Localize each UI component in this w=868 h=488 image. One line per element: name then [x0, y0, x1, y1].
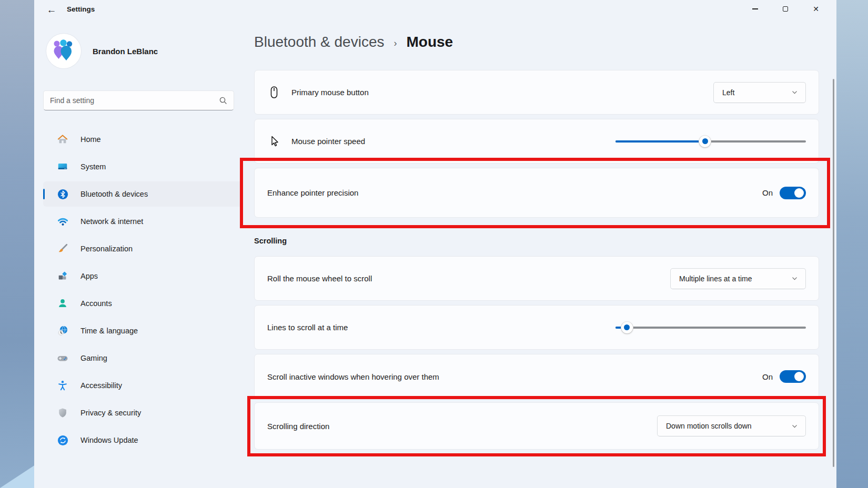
sidebar-item-label: Home — [80, 135, 101, 144]
slider-thumb[interactable] — [621, 322, 633, 333]
search-icon — [219, 96, 227, 105]
wallpaper-bloom-shape — [0, 438, 34, 488]
maximize-icon — [783, 6, 788, 12]
pointer-speed-slider[interactable] — [615, 135, 806, 148]
sidebar-item-label: Privacy & security — [80, 409, 141, 417]
enhance-pointer-precision-toggle[interactable] — [780, 187, 806, 199]
sidebar-item-label: System — [80, 162, 106, 171]
mouse-icon — [267, 86, 281, 99]
sidebar-item-system[interactable]: System — [43, 154, 243, 179]
toggle-knob — [794, 372, 804, 381]
sidebar-item-accounts[interactable]: Accounts — [43, 291, 243, 316]
search-box[interactable] — [43, 90, 234, 110]
gaming-icon — [56, 352, 69, 364]
sidebar-item-label: Accounts — [80, 299, 112, 308]
lines-to-scroll-row: Lines to scroll at a time — [254, 305, 819, 350]
titlebar: ← Settings ✕ — [34, 0, 836, 20]
breadcrumb: Bluetooth & devices › Mouse — [254, 34, 453, 50]
sidebar-item-label: Accessibility — [80, 381, 122, 390]
bluetooth-icon — [56, 188, 69, 200]
setting-label: Roll the mouse wheel to scroll — [267, 274, 372, 283]
toggle-knob — [794, 188, 804, 198]
minimize-button[interactable] — [740, 0, 770, 18]
close-icon: ✕ — [813, 5, 819, 13]
sidebar-item-label: Windows Update — [80, 436, 138, 444]
sidebar-item-windows-update[interactable]: Windows Update — [43, 428, 243, 453]
scroll-inactive-windows-row: Scroll inactive windows when hovering ov… — [254, 354, 819, 399]
toggle-state-label: On — [762, 188, 773, 197]
sidebar-item-label: Personalization — [80, 245, 133, 253]
slider-track[interactable] — [615, 327, 806, 329]
scroll-inactive-windows-toggle[interactable] — [780, 370, 806, 383]
slider-fill — [615, 140, 705, 143]
sidebar-item-personalization[interactable]: Personalization — [43, 236, 243, 261]
dropdown-value: Multiple lines at a time — [679, 274, 752, 283]
sidebar-nav: Home System Bluetooth & devices Network … — [43, 127, 243, 455]
back-button[interactable]: ← — [43, 3, 60, 17]
setting-label: Scroll inactive windows when hovering ov… — [267, 372, 439, 381]
apps-icon — [56, 270, 69, 282]
settings-window: ← Settings ✕ Brandon LeBlanc — [34, 0, 836, 488]
breadcrumb-separator-icon: › — [394, 38, 397, 49]
desktop-wallpaper-right — [836, 0, 868, 488]
maximize-button[interactable] — [770, 0, 801, 18]
family-avatar-icon — [52, 39, 76, 63]
sidebar: Brandon LeBlanc Home System — [34, 20, 245, 488]
user-name: Brandon LeBlanc — [93, 47, 158, 56]
system-icon — [56, 160, 69, 173]
sidebar-item-label: Gaming — [80, 354, 107, 362]
close-button[interactable]: ✕ — [801, 0, 831, 18]
toggle-state-label: On — [762, 372, 773, 381]
sidebar-item-label: Time & language — [80, 327, 138, 335]
lines-to-scroll-slider[interactable] — [615, 321, 806, 334]
accounts-icon — [56, 297, 69, 310]
desktop-wallpaper-left — [0, 0, 34, 488]
roll-mouse-wheel-row: Roll the mouse wheel to scroll Multiple … — [254, 256, 819, 301]
breadcrumb-parent[interactable]: Bluetooth & devices — [254, 34, 385, 50]
home-icon — [56, 133, 69, 146]
time-language-icon — [56, 324, 69, 337]
primary-mouse-button-dropdown[interactable]: Left — [713, 82, 806, 103]
chevron-down-icon — [791, 275, 798, 282]
roll-mouse-wheel-dropdown[interactable]: Multiple lines at a time — [670, 268, 806, 289]
setting-label: Primary mouse button — [291, 88, 369, 97]
sidebar-item-label: Apps — [80, 272, 98, 280]
page-title: Mouse — [407, 34, 453, 50]
section-header-scrolling: Scrolling — [254, 237, 287, 245]
network-icon — [56, 215, 69, 228]
sidebar-item-privacy-security[interactable]: Privacy & security — [43, 400, 243, 425]
search-input[interactable] — [50, 96, 219, 105]
setting-label: Lines to scroll at a time — [267, 323, 348, 332]
vertical-scrollbar[interactable] — [833, 79, 834, 467]
chevron-down-icon — [791, 89, 798, 96]
account-header[interactable]: Brandon LeBlanc — [46, 34, 158, 68]
dropdown-value: Left — [722, 88, 734, 97]
sidebar-item-home[interactable]: Home — [43, 127, 243, 152]
sidebar-item-time-language[interactable]: Time & language — [43, 318, 243, 343]
slider-thumb[interactable] — [699, 136, 711, 147]
scrolling-direction-dropdown[interactable]: Down motion scrolls down — [657, 415, 806, 436]
setting-label: Scrolling direction — [267, 422, 329, 431]
sidebar-item-network-internet[interactable]: Network & internet — [43, 209, 243, 234]
scrolling-direction-row: Scrolling direction Down motion scrolls … — [254, 402, 819, 450]
personalization-icon — [56, 242, 69, 255]
sidebar-item-bluetooth-devices[interactable]: Bluetooth & devices — [43, 181, 243, 207]
chevron-down-icon — [791, 423, 798, 430]
sidebar-item-label: Network & internet — [80, 217, 143, 226]
privacy-security-icon — [56, 406, 69, 419]
window-title: Settings — [67, 5, 95, 13]
dropdown-value: Down motion scrolls down — [666, 422, 752, 430]
primary-mouse-button-row: Primary mouse button Left — [254, 70, 819, 115]
cursor-icon — [267, 135, 281, 148]
windows-update-icon — [56, 434, 69, 446]
mouse-pointer-speed-row: Mouse pointer speed — [254, 119, 819, 164]
sidebar-item-apps[interactable]: Apps — [43, 263, 243, 289]
setting-label: Enhance pointer precision — [267, 188, 358, 197]
sidebar-item-label: Bluetooth & devices — [80, 190, 148, 198]
enhance-pointer-precision-row: Enhance pointer precision On — [254, 168, 819, 218]
accessibility-icon — [56, 379, 69, 392]
sidebar-item-accessibility[interactable]: Accessibility — [43, 373, 243, 398]
minimize-icon — [752, 8, 758, 9]
sidebar-item-gaming[interactable]: Gaming — [43, 345, 243, 371]
setting-label: Mouse pointer speed — [291, 137, 365, 146]
